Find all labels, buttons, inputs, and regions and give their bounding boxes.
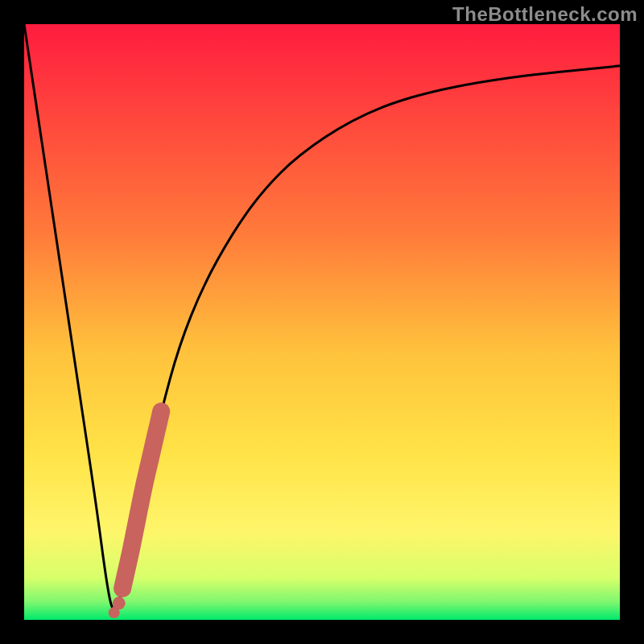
- chart-frame: TheBottleneck.com: [0, 0, 644, 644]
- gradient-rect: [24, 24, 620, 620]
- plot-area: [24, 24, 620, 620]
- background-gradient: [24, 24, 620, 620]
- watermark-label: TheBottleneck.com: [452, 3, 638, 26]
